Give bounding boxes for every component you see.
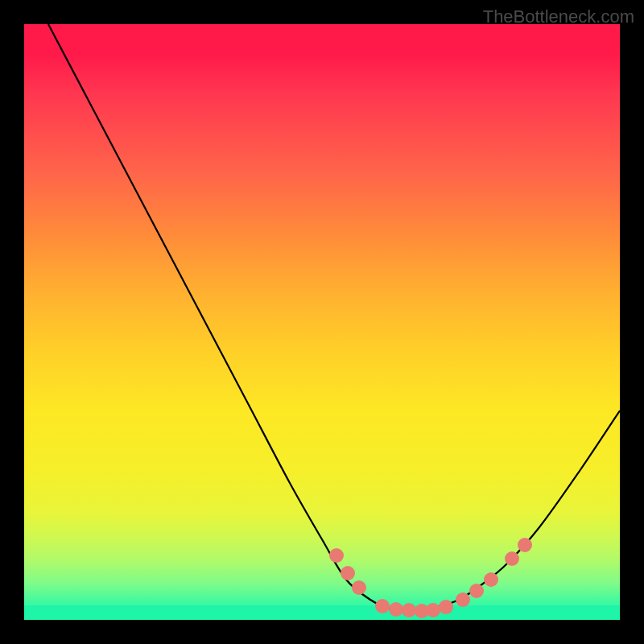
data-marker [352,580,366,595]
data-marker [484,572,498,587]
chart-svg [24,24,620,620]
data-marker [402,603,416,617]
data-marker [426,603,440,617]
bottleneck-curve [48,24,620,610]
data-marker [518,538,532,552]
attribution-text: TheBottleneck.com [483,6,634,27]
data-marker [389,602,403,617]
chart-plot-area [24,24,620,620]
data-marker [375,599,390,613]
marker-group [329,538,532,618]
data-marker [439,600,453,614]
data-marker [469,584,484,598]
data-marker [341,566,355,580]
data-marker [329,548,344,563]
data-marker [456,592,470,607]
data-marker [505,551,519,566]
